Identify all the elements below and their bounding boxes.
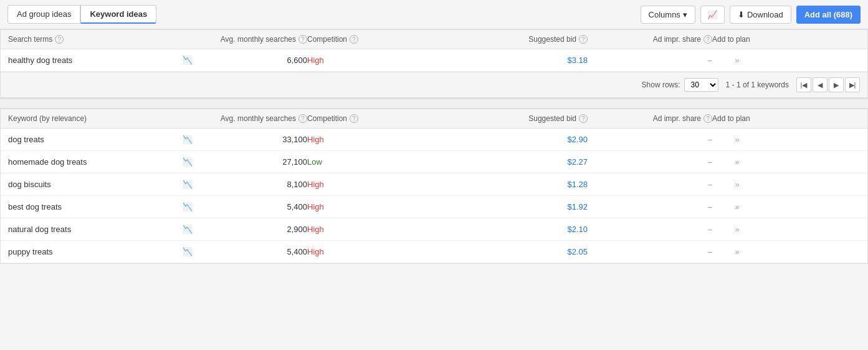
add-plan-cell: » <box>712 202 762 211</box>
chart-cell: 📉 6,600 <box>183 56 307 65</box>
tab-keyword-ideas[interactable]: Keyword ideas <box>80 5 156 24</box>
impr-share-cell: – <box>588 56 712 65</box>
add-to-plan-icon[interactable]: » <box>735 180 739 189</box>
chart-view-button[interactable]: 📈 <box>700 6 725 24</box>
bid-cell: $2.90 <box>463 135 588 144</box>
rows-per-page-select[interactable]: 30 50 100 <box>684 78 718 92</box>
add-to-plan-icon[interactable]: » <box>735 202 739 211</box>
top-bar: Ad group ideas Keyword ideas Columns ▾ 📈… <box>0 0 868 29</box>
tabs: Ad group ideas Keyword ideas <box>7 5 156 24</box>
show-rows-control: Show rows: 30 50 100 <box>642 78 718 92</box>
bid-cell: $1.92 <box>463 202 588 211</box>
download-icon: ⬇ <box>738 10 745 19</box>
ad-impr-help-icon-2[interactable]: ? <box>703 114 712 123</box>
monthly-value: 5,400 <box>198 247 307 256</box>
columns-label: Columns <box>649 10 680 19</box>
last-page-button[interactable]: ▶| <box>845 77 860 92</box>
bid-value: $2.90 <box>463 135 588 144</box>
avg-monthly-help-icon-1[interactable]: ? <box>298 35 307 44</box>
avg-monthly-help-icon-2[interactable]: ? <box>298 114 307 123</box>
first-page-button[interactable]: |◀ <box>796 77 811 92</box>
add-to-plan-icon[interactable]: » <box>735 157 739 167</box>
keyword-name: dog treats <box>8 135 44 144</box>
trend-chart-icon[interactable]: 📉 <box>183 180 193 189</box>
show-rows-label: Show rows: <box>642 80 680 89</box>
impr-share-cell: – <box>588 202 712 211</box>
keyword-name: natural dog treats <box>8 225 71 234</box>
impr-share-cell: – <box>588 225 712 234</box>
header-add-to-plan-1: Add to plan <box>712 35 762 44</box>
impr-share-cell: – <box>588 247 712 256</box>
table-row: best dog treats 📉 5,400 High $1.92 – » <box>1 196 867 218</box>
header-ad-impr-1: Ad impr. share ? <box>588 35 712 44</box>
monthly-value: 2,900 <box>198 225 307 234</box>
impr-share-value: – <box>588 180 712 189</box>
search-terms-header: Search terms ? Avg. monthly searches ? C… <box>1 30 867 49</box>
header-suggested-bid-2: Suggested bid ? <box>463 114 588 123</box>
page-navigation: |◀ ◀ ▶ ▶| <box>796 77 860 92</box>
bid-cell: $2.05 <box>463 247 588 256</box>
search-terms-help-icon[interactable]: ? <box>55 35 64 44</box>
add-plan-cell: » <box>712 56 762 65</box>
table-row: healthy dog treats 📉 6,600 High $3.18 – … <box>1 49 867 72</box>
top-actions: Columns ▾ 📈 ⬇ Download Add all (688) <box>641 6 861 24</box>
header-competition-2: Competition ? <box>307 114 463 123</box>
add-all-button[interactable]: Add all (688) <box>796 6 861 24</box>
add-to-plan-icon[interactable]: » <box>735 247 739 256</box>
columns-button[interactable]: Columns ▾ <box>641 6 695 24</box>
download-label: Download <box>747 10 783 19</box>
keyword-rows-container: dog treats 📉 33,100 High $2.90 – » homem… <box>1 129 867 263</box>
trend-chart-icon[interactable]: 📉 <box>183 135 193 144</box>
table-row: dog biscuits 📉 8,100 High $1.28 – » <box>1 173 867 196</box>
monthly-cell: 📉 5,400 <box>183 202 307 211</box>
table-row: homemade dog treats 📉 27,100 Low $2.27 –… <box>1 151 867 173</box>
impr-share-value: – <box>588 225 712 234</box>
keyword-cell: homemade dog treats <box>8 157 183 167</box>
download-button[interactable]: ⬇ Download <box>730 6 791 24</box>
monthly-value: 8,100 <box>198 180 307 189</box>
impr-share-value: – <box>588 157 712 167</box>
competition-value: High <box>307 180 324 189</box>
header-search-terms: Search terms ? <box>8 35 183 44</box>
competition-help-icon-2[interactable]: ? <box>350 114 358 123</box>
impr-share-cell: – <box>588 157 712 167</box>
tab-ad-group-ideas[interactable]: Ad group ideas <box>7 5 80 24</box>
trend-chart-icon[interactable]: 📉 <box>183 225 193 234</box>
trend-chart-icon[interactable]: 📉 <box>183 247 193 256</box>
table-row: natural dog treats 📉 2,900 High $2.10 – … <box>1 218 867 241</box>
add-to-plan-icon[interactable]: » <box>735 135 739 144</box>
header-suggested-bid-1: Suggested bid ? <box>463 35 588 44</box>
competition-value: Low <box>307 157 322 167</box>
add-to-plan-icon[interactable]: » <box>735 56 739 65</box>
bid-value: $3.18 <box>463 56 588 65</box>
next-page-button[interactable]: ▶ <box>829 77 844 92</box>
prev-page-button[interactable]: ◀ <box>813 77 827 92</box>
table-row: dog treats 📉 33,100 High $2.90 – » <box>1 129 867 151</box>
impr-share-cell: – <box>588 135 712 144</box>
competition-value: High <box>307 56 324 65</box>
impr-share-value: – <box>588 202 712 211</box>
ad-impr-help-icon-1[interactable]: ? <box>703 35 712 44</box>
competition-help-icon-1[interactable]: ? <box>350 35 358 44</box>
suggested-bid-help-icon-1[interactable]: ? <box>579 35 588 44</box>
bid-value: $2.27 <box>463 157 588 167</box>
add-to-plan-icon[interactable]: » <box>735 225 739 234</box>
monthly-cell: 📉 27,100 <box>183 157 307 167</box>
suggested-bid-help-icon-2[interactable]: ? <box>579 114 588 123</box>
bid-value: $1.92 <box>463 202 588 211</box>
impr-share-cell: – <box>588 180 712 189</box>
bid-cell: $3.18 <box>463 56 588 65</box>
keyword-cell: healthy dog treats <box>8 56 183 65</box>
bid-value: $2.10 <box>463 225 588 234</box>
monthly-value: 6,600 <box>198 56 307 65</box>
chart-icon: 📈 <box>707 10 718 19</box>
trend-chart-icon[interactable]: 📉 <box>183 56 193 65</box>
competition-cell: High <box>307 180 463 189</box>
monthly-cell: 📉 2,900 <box>183 225 307 234</box>
header-competition-1: Competition ? <box>307 35 463 44</box>
impr-share-value: – <box>588 247 712 256</box>
trend-chart-icon[interactable]: 📉 <box>183 202 193 211</box>
trend-chart-icon[interactable]: 📉 <box>183 157 193 167</box>
competition-cell: High <box>307 247 463 256</box>
competition-value: High <box>307 225 324 234</box>
